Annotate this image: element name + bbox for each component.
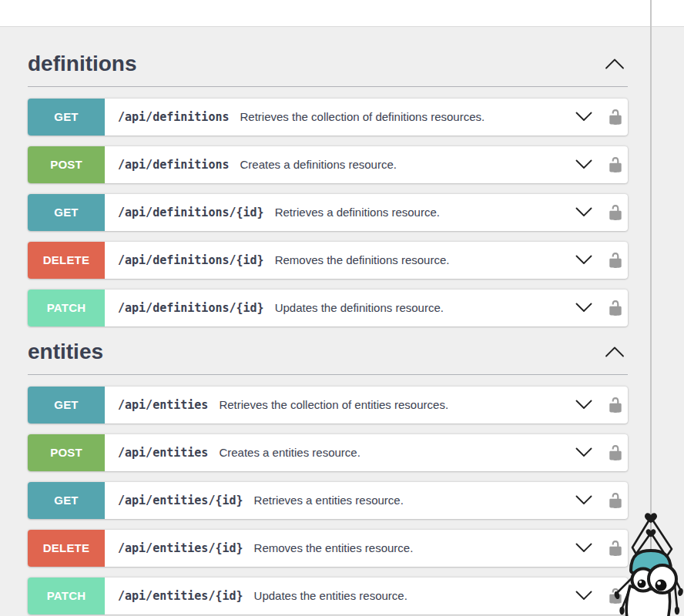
operation-row[interactable]: GET /api/definitions/{id} Retrieves a de… [28,194,628,231]
unlocked-padlock-icon[interactable] [607,491,624,510]
chevron-down-icon[interactable] [575,207,592,217]
operation-row[interactable]: POST /api/entities Creates a entities re… [28,434,628,471]
unlocked-padlock-icon[interactable] [607,539,624,557]
unlocked-padlock-icon[interactable] [607,203,624,222]
http-method-badge: GET [28,194,105,231]
chevron-down-icon[interactable] [575,112,592,122]
chevron-down-icon[interactable] [575,255,592,265]
endpoint-description: Retrieves the collection of definitions … [240,110,485,123]
endpoint-path: /api/definitions/{id} [118,301,264,315]
endpoint-description: Creates a entities resource. [219,446,360,459]
endpoint-description: Removes the definitions resource. [275,253,450,266]
chevron-down-icon[interactable] [575,159,592,169]
endpoint-path: /api/entities/{id} [118,589,243,603]
section-header-entities[interactable]: entities [28,337,628,375]
endpoint-path: /api/entities [118,446,208,460]
operation-row[interactable]: GET /api/entities/{id} Retrieves a entit… [28,482,628,519]
operation-row[interactable]: GET /api/definitions Retrieves the colle… [28,99,628,136]
chevron-down-icon[interactable] [575,303,592,313]
chevron-down-icon[interactable] [575,447,592,457]
http-method-badge: PATCH [28,290,105,326]
http-method-badge: GET [28,482,105,519]
endpoint-description: Removes the entities resource. [254,541,414,554]
unlocked-padlock-icon[interactable] [607,587,624,605]
operations-list: GET /api/definitions Retrieves the colle… [28,99,628,326]
http-method-badge: GET [28,387,105,424]
endpoint-path: /api/definitions [118,110,230,124]
unlocked-padlock-icon[interactable] [607,299,624,317]
http-method-badge: POST [28,146,105,183]
http-method-badge: PATCH [28,578,105,614]
operation-row[interactable]: POST /api/definitions Creates a definiti… [28,146,628,183]
chevron-down-icon[interactable] [575,495,592,505]
unlocked-padlock-icon[interactable] [607,251,624,270]
chevron-down-icon[interactable] [575,543,592,553]
endpoint-path: /api/definitions [118,158,230,172]
section-header-definitions[interactable]: definitions [28,49,628,87]
endpoint-path: /api/definitions/{id} [118,206,264,219]
endpoint-description: Retrieves the collection of entities res… [219,398,448,411]
top-strip [0,0,684,26]
section-title: definitions [28,49,137,79]
unlocked-padlock-icon[interactable] [607,444,624,462]
endpoint-description: Retrieves a entities resource. [254,494,404,507]
endpoint-path: /api/entities [118,398,208,412]
http-method-badge: POST [28,434,105,471]
endpoint-path: /api/entities/{id} [118,494,243,507]
endpoint-description: Updates the entities resource. [254,589,407,602]
operation-row[interactable]: PATCH /api/entities/{id} Updates the ent… [28,578,628,614]
endpoint-path: /api/definitions/{id} [118,253,264,267]
chevron-down-icon[interactable] [575,400,592,410]
http-method-badge: DELETE [28,530,105,567]
chevron-down-icon[interactable] [575,591,592,601]
operation-row[interactable]: DELETE /api/definitions/{id} Removes the… [28,242,628,279]
endpoint-description: Retrieves a definitions resource. [275,206,440,219]
http-method-badge: DELETE [28,242,105,279]
http-method-badge: GET [28,99,105,136]
chevron-up-icon[interactable] [605,59,625,69]
endpoint-description: Updates the definitions resource. [275,301,444,314]
section-definitions: definitions GET /api/definitions Retriev… [28,49,628,326]
api-operations-panel: definitions GET /api/definitions Retriev… [0,49,684,614]
operation-row[interactable]: PATCH /api/definitions/{id} Updates the … [28,290,628,326]
operation-row[interactable]: DELETE /api/entities/{id} Removes the en… [28,530,628,567]
operation-row[interactable]: GET /api/entities Retrieves the collecti… [28,387,628,424]
chevron-up-icon[interactable] [605,346,625,357]
section-entities: entities GET /api/entities Retrieves the… [28,337,628,614]
operations-list: GET /api/entities Retrieves the collecti… [28,387,628,614]
endpoint-path: /api/entities/{id} [118,541,243,555]
unlocked-padlock-icon[interactable] [607,156,624,174]
endpoint-description: Creates a definitions resource. [240,158,397,171]
unlocked-padlock-icon[interactable] [607,108,624,126]
unlocked-padlock-icon[interactable] [607,396,624,414]
section-title: entities [28,337,103,367]
